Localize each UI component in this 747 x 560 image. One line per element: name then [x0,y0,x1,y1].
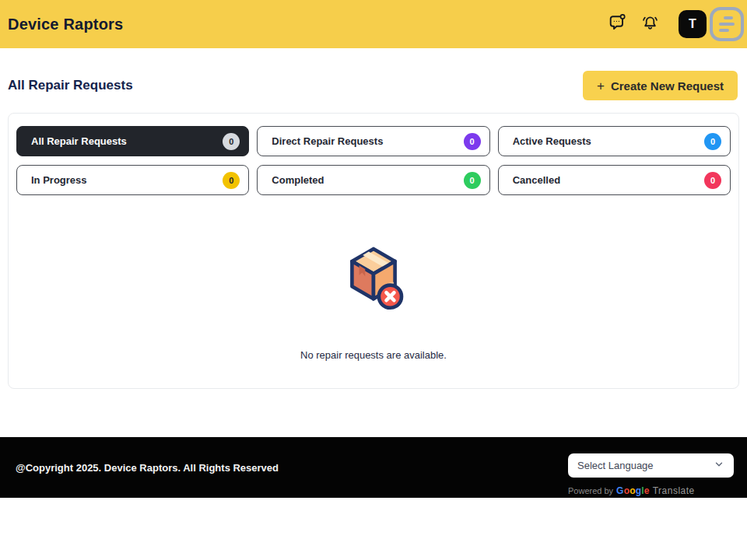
requests-card: All Repair Requests 0 Direct Repair Requ… [8,113,739,389]
empty-state-message: No repair requests are available. [300,349,447,361]
language-select-value: Select Language [577,460,654,471]
copyright-text: @Copyright 2025. Device Raptors. All Rig… [16,462,279,474]
chat-icon [607,12,628,36]
tab-count-badge: 0 [223,133,240,150]
plus-icon: + [597,79,605,93]
tab-label: In Progress [31,174,87,186]
page-title: All Repair Requests [8,78,133,93]
tab-all-repair-requests[interactable]: All Repair Requests 0 [16,126,249,156]
chat-button[interactable] [607,12,628,36]
top-header: Device Raptors [0,0,747,48]
empty-state: No repair requests are available. [16,240,731,361]
tab-count-badge: 0 [704,133,721,150]
language-select[interactable]: Select Language [568,453,734,478]
tab-label: Completed [272,174,324,186]
tab-active-requests[interactable]: Active Requests 0 [498,126,731,156]
google-translate-attribution[interactable]: Powered by Google Translate [568,485,734,496]
footer: @Copyright 2025. Device Raptors. All Rig… [0,437,747,498]
footer-right: Select Language Powered by Google Transl… [568,437,734,498]
tab-cancelled[interactable]: Cancelled 0 [498,165,731,195]
tab-in-progress[interactable]: In Progress 0 [16,165,249,195]
create-new-request-button[interactable]: + Create New Request [583,71,738,100]
menu-button[interactable] [710,7,744,41]
create-button-label: Create New Request [611,79,724,93]
brand-title: Device Raptors [8,16,123,33]
tab-completed[interactable]: Completed 0 [257,165,489,195]
tab-label: Direct Repair Requests [272,135,383,147]
tabs-grid: All Repair Requests 0 Direct Repair Requ… [16,126,731,195]
app-window: Device Raptors [0,0,747,560]
tab-direct-repair-requests[interactable]: Direct Repair Requests 0 [257,126,489,156]
tab-label: Active Requests [513,135,591,147]
user-avatar[interactable]: T [679,10,707,38]
tab-label: Cancelled [513,174,560,186]
google-logo: Google [616,485,650,496]
menu-icon [724,16,733,19]
tab-label: All Repair Requests [31,135,127,147]
tab-count-badge: 0 [464,172,481,189]
empty-box-illustration [338,240,409,321]
tab-count-badge: 0 [704,172,721,189]
tab-count-badge: 0 [464,133,481,150]
page-heading-row: All Repair Requests + Create New Request [8,71,738,100]
bell-icon [640,13,660,35]
tab-count-badge: 0 [223,172,240,189]
notifications-button[interactable] [640,13,660,35]
chevron-down-icon [714,459,724,472]
translate-text: Translate [653,485,695,496]
powered-by-text: Powered by [568,486,613,495]
